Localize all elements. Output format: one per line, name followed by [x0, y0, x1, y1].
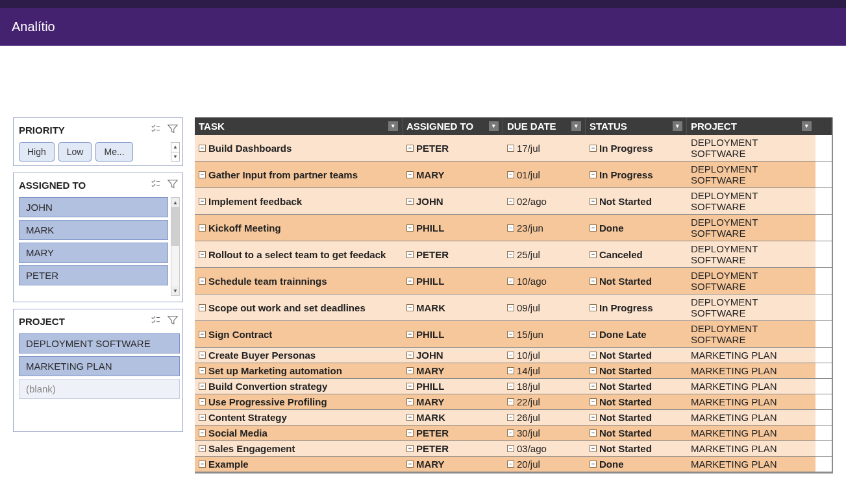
- collapse-icon[interactable]: −: [406, 251, 414, 258]
- collapse-icon[interactable]: −: [406, 398, 414, 405]
- table-row[interactable]: −Sales Engagement−PETER−03/ago−Not Start…: [195, 441, 832, 457]
- collapse-icon[interactable]: −: [199, 352, 206, 359]
- collapse-icon[interactable]: −: [406, 145, 414, 152]
- collapse-icon[interactable]: −: [199, 331, 206, 338]
- clear-filter-icon[interactable]: [167, 315, 179, 328]
- clear-filter-icon[interactable]: [167, 123, 179, 137]
- collapse-icon[interactable]: −: [507, 198, 514, 205]
- collapse-icon[interactable]: −: [406, 367, 414, 374]
- collapse-icon[interactable]: −: [199, 278, 206, 285]
- collapse-icon[interactable]: −: [406, 445, 414, 452]
- spinner-up-icon[interactable]: ▲: [171, 143, 179, 152]
- slicer-item-priority[interactable]: Low: [58, 142, 92, 162]
- collapse-icon[interactable]: −: [507, 352, 514, 359]
- collapse-icon[interactable]: −: [406, 414, 414, 421]
- collapse-icon[interactable]: −: [590, 171, 597, 178]
- slicer-item-priority[interactable]: High: [19, 142, 55, 162]
- collapse-icon[interactable]: −: [590, 145, 597, 152]
- collapse-icon[interactable]: −: [507, 171, 514, 178]
- collapse-icon[interactable]: −: [507, 304, 514, 311]
- collapse-icon[interactable]: −: [590, 331, 597, 338]
- collapse-icon[interactable]: −: [199, 398, 206, 405]
- collapse-icon[interactable]: −: [507, 445, 514, 452]
- collapse-icon[interactable]: −: [590, 398, 597, 405]
- collapse-icon[interactable]: −: [406, 304, 414, 311]
- collapse-icon[interactable]: −: [199, 251, 206, 258]
- table-row[interactable]: −Implement feedback−JOHN−02/ago−Not Star…: [195, 188, 832, 215]
- collapse-icon[interactable]: −: [199, 383, 206, 390]
- filter-dropdown-icon[interactable]: [388, 121, 398, 131]
- slicer-item-priority[interactable]: Me...: [95, 142, 132, 162]
- collapse-icon[interactable]: −: [507, 331, 514, 338]
- collapse-icon[interactable]: −: [406, 429, 414, 437]
- table-row[interactable]: −Scope out work and set deadlines−MARK−0…: [195, 294, 832, 321]
- collapse-icon[interactable]: −: [199, 461, 206, 468]
- collapse-icon[interactable]: −: [590, 352, 597, 359]
- column-header-assigned[interactable]: ASSIGNED TO: [403, 117, 503, 135]
- collapse-icon[interactable]: −: [590, 414, 597, 421]
- filter-dropdown-icon[interactable]: [673, 121, 682, 131]
- slicer-item-assigned[interactable]: MARY: [19, 243, 168, 263]
- slicer-item-project[interactable]: DEPLOYMENT SOFTWARE: [19, 333, 180, 354]
- multiselect-icon[interactable]: [150, 178, 162, 192]
- collapse-icon[interactable]: −: [590, 383, 597, 390]
- collapse-icon[interactable]: −: [507, 367, 514, 374]
- table-row[interactable]: −Gather Input from partner teams−MARY−01…: [195, 162, 832, 188]
- collapse-icon[interactable]: −: [406, 224, 414, 232]
- scroll-track[interactable]: [171, 207, 179, 286]
- collapse-icon[interactable]: −: [406, 331, 414, 338]
- spinner-down-icon[interactable]: ▼: [171, 152, 179, 162]
- slicer-item-assigned[interactable]: MARK: [19, 220, 168, 240]
- collapse-icon[interactable]: −: [199, 171, 206, 178]
- table-row[interactable]: −Use Progressive Profiling−MARY−22/jul−N…: [195, 394, 832, 410]
- collapse-icon[interactable]: −: [199, 429, 206, 437]
- scroll-up-icon[interactable]: ▲: [171, 198, 179, 207]
- collapse-icon[interactable]: −: [406, 352, 414, 359]
- collapse-icon[interactable]: −: [507, 251, 514, 258]
- slicer-item-assigned[interactable]: PETER: [19, 265, 168, 285]
- collapse-icon[interactable]: −: [590, 304, 597, 311]
- collapse-icon[interactable]: −: [590, 429, 597, 437]
- collapse-icon[interactable]: −: [590, 445, 597, 452]
- column-header-task[interactable]: TASK: [195, 117, 403, 135]
- collapse-icon[interactable]: −: [590, 224, 597, 232]
- collapse-icon[interactable]: −: [507, 398, 514, 405]
- column-header-due-date[interactable]: DUE DATE: [503, 117, 586, 135]
- collapse-icon[interactable]: −: [507, 429, 514, 437]
- collapse-icon[interactable]: −: [590, 461, 597, 468]
- scrollbar[interactable]: ▲ ▼: [171, 197, 180, 296]
- table-row[interactable]: −Content Strategy−MARK−26/jul−Not Starte…: [195, 410, 832, 426]
- collapse-icon[interactable]: −: [507, 383, 514, 390]
- collapse-icon[interactable]: −: [199, 198, 206, 205]
- table-row[interactable]: −Example−MARY−20/jul−DoneMARKETING PLAN: [195, 457, 832, 472]
- collapse-icon[interactable]: −: [406, 198, 414, 205]
- multiselect-icon[interactable]: [150, 123, 162, 137]
- slicer-item-project[interactable]: MARKETING PLAN: [19, 356, 180, 376]
- collapse-icon[interactable]: −: [507, 414, 514, 421]
- table-row[interactable]: −Kickoff Meeting−PHILL−23/jun−DoneDEPLOY…: [195, 215, 832, 241]
- collapse-icon[interactable]: −: [406, 171, 414, 178]
- table-row[interactable]: −Build Convertion strategy−PHILL−18/jul−…: [195, 379, 832, 394]
- slicer-item-assigned[interactable]: JOHN: [19, 197, 168, 217]
- collapse-icon[interactable]: −: [199, 367, 206, 374]
- clear-filter-icon[interactable]: [167, 178, 179, 192]
- table-row[interactable]: −Sign Contract−PHILL−15/jun−Done LateDEP…: [195, 321, 832, 348]
- slicer-item-blank[interactable]: (blank): [19, 379, 180, 399]
- table-row[interactable]: −Set up Marketing automation−MARY−14/jul…: [195, 363, 832, 379]
- collapse-icon[interactable]: −: [406, 383, 414, 390]
- collapse-icon[interactable]: −: [590, 278, 597, 285]
- collapse-icon[interactable]: −: [406, 278, 414, 285]
- collapse-icon[interactable]: −: [507, 461, 514, 468]
- collapse-icon[interactable]: −: [199, 304, 206, 311]
- collapse-icon[interactable]: −: [199, 145, 206, 152]
- filter-dropdown-icon[interactable]: [802, 121, 812, 131]
- collapse-icon[interactable]: −: [406, 461, 414, 468]
- collapse-icon[interactable]: −: [199, 445, 206, 452]
- collapse-icon[interactable]: −: [199, 224, 206, 232]
- filter-dropdown-icon[interactable]: [571, 121, 581, 131]
- column-header-project[interactable]: PROJECT: [687, 117, 815, 135]
- collapse-icon[interactable]: −: [590, 367, 597, 374]
- collapse-icon[interactable]: −: [199, 414, 206, 421]
- multiselect-icon[interactable]: [150, 315, 162, 328]
- table-row[interactable]: −Build Dashboards−PETER−17/jul−In Progre…: [195, 135, 832, 162]
